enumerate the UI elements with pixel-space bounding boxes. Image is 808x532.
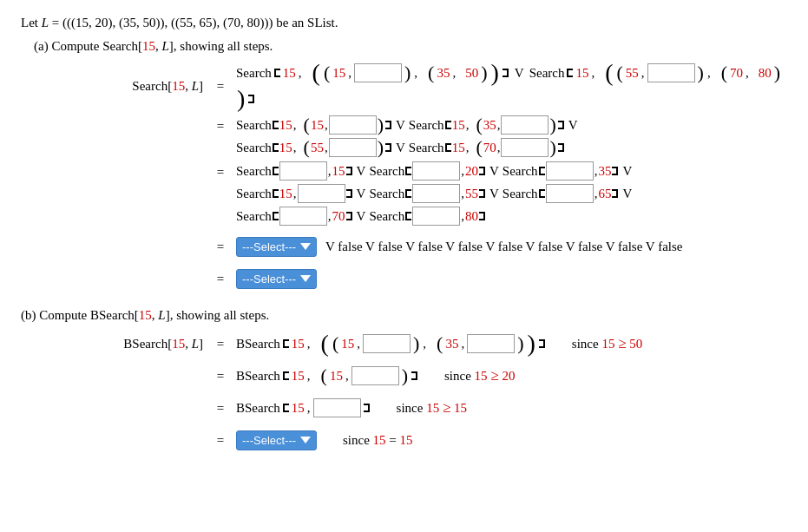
input-a3-8[interactable]: [412, 207, 460, 226]
select-a5[interactable]: ---Select--- true false: [236, 269, 317, 289]
input-a3-7[interactable]: [279, 207, 327, 226]
input-b3-1[interactable]: [313, 398, 361, 417]
select-a4[interactable]: ---Select--- true false: [236, 237, 317, 257]
input-b1-1[interactable]: [363, 334, 411, 353]
eq1: =: [212, 79, 229, 94]
expr-b-row3: BSearch 15,: [236, 398, 371, 417]
since-b3: since 15 ≥ 15: [397, 399, 467, 417]
select-b4[interactable]: ---Select--- true false: [236, 430, 317, 450]
input-a2-2[interactable]: [501, 115, 549, 135]
input-a2-1[interactable]: [329, 115, 377, 135]
eq4: =: [212, 240, 229, 254]
lhs-bsearch15L: BSearch[15, L]: [47, 337, 203, 351]
eq2: =: [212, 119, 229, 134]
expr-row4: ---Select--- true false V false V false …: [236, 237, 682, 257]
since-b1: since 15 ≥ 50: [572, 335, 642, 352]
part-b-row4: = ---Select--- true false since 15 = 15: [47, 426, 787, 454]
intro-text: Let L = (((15, 20), (35, 50)), ((55, 65)…: [21, 16, 787, 30]
input-a3-4[interactable]: [298, 184, 345, 203]
input-a1-1[interactable]: [354, 63, 402, 82]
input-b1-2[interactable]: [467, 334, 515, 353]
input-a3-2[interactable]: [412, 161, 460, 181]
part-b-label: (b) Compute BSearch[15, L], showing all …: [21, 308, 787, 323]
expr-b-row2: BSearch 15, ( 15, ): [236, 366, 418, 385]
input-a2-4[interactable]: [501, 138, 549, 157]
part-a-row5: = ---Select--- true false: [47, 265, 787, 292]
eq-b4: =: [212, 433, 229, 448]
part-a-row2: = Search 15, ( 15, ) V Search 15, ( 35,: [47, 115, 787, 157]
eq-b1: =: [212, 337, 229, 351]
part-a-row3: = Search , 15 V Search , 20 V Search , 3…: [47, 161, 787, 226]
part-b-row3: = BSearch 15, since 15 ≥ 15: [47, 394, 787, 422]
part-a-row1: Search[15, L] = Search 15, ( ( 15, ) , (…: [47, 61, 787, 111]
input-a3-1[interactable]: [279, 161, 327, 181]
input-a3-6[interactable]: [546, 184, 594, 203]
input-a2-3[interactable]: [329, 138, 377, 157]
expr-b-row1: BSearch 15, ( ( 15, ) , ( 35, ) ): [236, 332, 546, 356]
part-b-row2: = BSearch 15, ( 15, ) since 15 ≥ 20: [47, 362, 787, 390]
part-a-row4: = ---Select--- true false V false V fals…: [47, 233, 787, 260]
part-b-row1: BSearch[15, L] = BSearch 15, ( ( 15, ) ,…: [47, 330, 787, 358]
expr-row1: Search 15, ( ( 15, ) , ( 35, 50 ) ) V Se…: [236, 61, 787, 111]
since-b2: since 15 ≥ 20: [444, 367, 515, 384]
lhs-search15L: Search[15, L]: [47, 79, 203, 94]
input-b2-1[interactable]: [351, 366, 399, 385]
eq-b2: =: [212, 369, 229, 384]
expr-b-row4: ---Select--- true false: [236, 430, 317, 450]
input-a3-3[interactable]: [546, 161, 594, 181]
eq3: =: [212, 165, 229, 180]
since-b4: since 15 = 15: [343, 433, 413, 448]
eq-b3: =: [212, 401, 229, 416]
part-a-label: (a) Compute Search[15, L], showing all s…: [21, 39, 787, 54]
input-a1-2[interactable]: [647, 63, 695, 82]
input-a3-5[interactable]: [412, 184, 460, 203]
expr-row5: ---Select--- true false: [236, 269, 317, 289]
eq5: =: [212, 272, 229, 286]
